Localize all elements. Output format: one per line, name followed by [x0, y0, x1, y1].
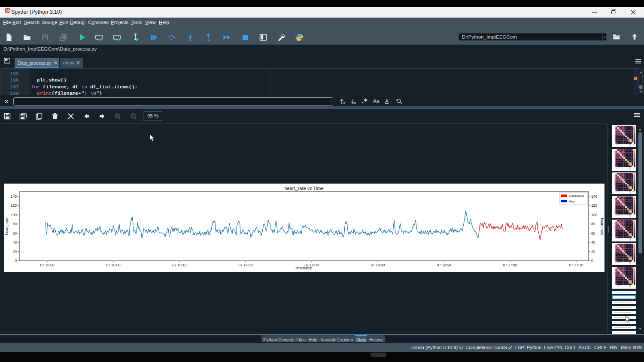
svg-text:07 16:40: 07 16:40: [371, 263, 385, 267]
svg-text:60: 60: [591, 231, 595, 235]
svg-text:heart_rate: heart_rate: [600, 218, 604, 235]
svg-text:20: 20: [591, 250, 595, 254]
svg-text:100: 100: [591, 213, 597, 217]
svg-text:07 17:00: 07 17:00: [503, 263, 517, 267]
svg-text:80: 80: [591, 222, 595, 226]
svg-text:heart_rate vs Time: heart_rate vs Time: [284, 186, 323, 191]
svg-text:120: 120: [591, 203, 597, 208]
svg-text:07 17:10: 07 17:10: [569, 263, 583, 267]
svg-text:120: 120: [11, 203, 17, 208]
svg-text:07 16:00: 07 16:00: [106, 263, 120, 267]
svg-text:140: 140: [11, 194, 17, 199]
svg-text:07 16:50: 07 16:50: [437, 263, 451, 267]
svg-text:Conscious: Conscious: [569, 194, 584, 198]
svg-text:0: 0: [15, 259, 17, 263]
svg-text:s: s: [7, 10, 9, 13]
svg-text:07 16:20: 07 16:20: [238, 263, 252, 267]
svg-text:Alert: Alert: [569, 199, 576, 203]
svg-text:80: 80: [13, 222, 17, 226]
svg-text:100: 100: [11, 213, 17, 217]
svg-text:07 15:50: 07 15:50: [40, 263, 54, 267]
svg-text:20: 20: [13, 250, 17, 254]
svg-text:timestamp: timestamp: [295, 266, 312, 270]
svg-text:0: 0: [591, 259, 593, 263]
svg-text:60: 60: [13, 231, 17, 235]
svg-text:40: 40: [13, 240, 17, 244]
svg-text:140: 140: [591, 194, 597, 199]
svg-text:40: 40: [591, 240, 595, 244]
svg-text:heart_rate: heart_rate: [5, 218, 9, 235]
svg-text:07 16:10: 07 16:10: [172, 263, 186, 267]
